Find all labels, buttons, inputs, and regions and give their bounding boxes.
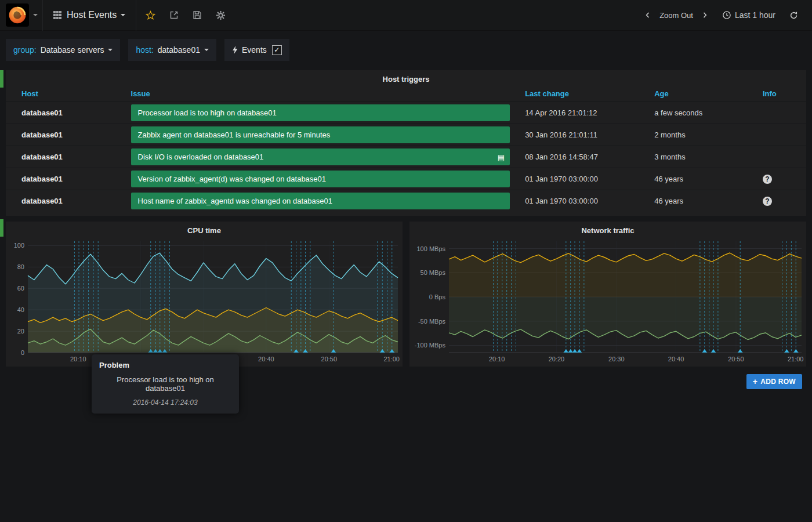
last-change-cell: 30 Jan 2016 21:01:11 xyxy=(520,124,650,146)
caret-down-icon xyxy=(121,14,125,16)
info-cell: ? xyxy=(758,168,806,190)
top-navbar: Host Events xyxy=(0,0,812,31)
svg-text:20: 20 xyxy=(17,328,24,335)
time-forward-button[interactable] xyxy=(694,0,715,31)
check-icon: ✓ xyxy=(274,46,280,54)
row-control-handle[interactable] xyxy=(0,70,3,88)
last-change-cell: 01 Jan 1970 03:00:00 xyxy=(520,190,650,212)
save-button[interactable] xyxy=(186,0,209,31)
last-change-cell: 08 Jan 2016 14:58:47 xyxy=(520,146,650,168)
zoom-out-button[interactable]: Zoom Out xyxy=(658,11,694,20)
trigger-row: database01Version of zabbix_agent(d) was… xyxy=(6,168,806,190)
caret-down-icon xyxy=(33,14,38,16)
trigger-row: database01Host name of zabbix_agentd was… xyxy=(6,190,806,212)
caret-down-icon xyxy=(108,49,113,51)
issue-cell: Processor load is too high on database01 xyxy=(126,102,521,124)
age-cell: a few seconds xyxy=(650,102,758,124)
info-cell xyxy=(758,102,806,124)
document-icon[interactable]: ▤ xyxy=(498,153,505,161)
column-header-last-change[interactable]: Last change xyxy=(520,85,650,102)
plus-icon: + xyxy=(753,377,757,386)
dashboard-body: Host triggers HostIssueLast changeAgeInf… xyxy=(0,70,812,389)
column-header-age[interactable]: Age xyxy=(650,85,758,102)
bolt-icon xyxy=(232,46,238,55)
tooltip-title: Problem xyxy=(99,361,231,369)
svg-text:80: 80 xyxy=(17,263,24,270)
svg-text:50 MBps: 50 MBps xyxy=(420,269,446,276)
row-control-handle[interactable] xyxy=(0,219,3,237)
svg-text:20:10: 20:10 xyxy=(70,356,86,362)
clock-icon xyxy=(722,10,731,20)
host-cell: database01 xyxy=(6,124,126,146)
issue-badge[interactable]: Host name of zabbix_agentd was changed o… xyxy=(131,193,510,209)
time-range-button[interactable]: Last 1 hour xyxy=(715,10,782,20)
time-back-button[interactable] xyxy=(637,0,658,31)
network-traffic-panel: Network traffic 20:1020:2020:3020:4020:5… xyxy=(409,222,806,367)
time-controls: Zoom Out Last 1 hour xyxy=(637,0,812,31)
chevron-left-icon xyxy=(644,11,651,19)
issue-badge[interactable]: Version of zabbix_agent(d) was changed o… xyxy=(131,171,510,187)
svg-text:60: 60 xyxy=(17,285,24,292)
host-cell: database01 xyxy=(6,146,126,168)
network-traffic-chart[interactable]: 20:1020:2020:3020:4020:5021:00100 MBps50… xyxy=(409,237,806,364)
refresh-button[interactable] xyxy=(782,0,805,31)
column-header-info[interactable]: Info xyxy=(758,85,806,102)
events-toggle[interactable]: Events ✓ xyxy=(224,39,289,61)
column-header-host[interactable]: Host xyxy=(6,85,126,102)
issue-cell: Zabbix agent on database01 is unreachabl… xyxy=(126,124,521,146)
settings-button[interactable] xyxy=(209,0,233,31)
save-icon xyxy=(193,10,202,20)
star-button[interactable] xyxy=(139,0,162,31)
time-range-label: Last 1 hour xyxy=(735,10,775,20)
help-icon[interactable]: ? xyxy=(763,175,772,184)
issue-badge[interactable]: Disk I/O is overloaded on database01▤ xyxy=(131,148,510,165)
group-value: Database servers xyxy=(41,45,104,55)
panel-title[interactable]: Network traffic xyxy=(409,222,806,237)
dashboard-grid-icon xyxy=(53,11,61,19)
info-cell: ? xyxy=(758,190,806,212)
svg-text:21:00: 21:00 xyxy=(788,356,804,362)
trigger-row: database01Zabbix agent on database01 is … xyxy=(6,124,806,146)
share-button[interactable] xyxy=(162,0,186,31)
age-cell: 2 months xyxy=(650,124,758,146)
gear-icon xyxy=(216,10,226,20)
panel-title[interactable]: Host triggers xyxy=(6,70,806,85)
issue-badge[interactable]: Zabbix agent on database01 is unreachabl… xyxy=(131,126,510,143)
grafana-menu-button[interactable] xyxy=(0,0,42,31)
cpu-time-panel: CPU time 20:1020:2020:3020:4020:5021:000… xyxy=(6,222,403,367)
charts-row: CPU time 20:1020:2020:3020:4020:5021:000… xyxy=(6,222,806,367)
issue-cell: Host name of zabbix_agentd was changed o… xyxy=(126,190,521,212)
table-header-row: HostIssueLast changeAgeInfo xyxy=(6,85,806,102)
dashboard-title-button[interactable]: Host Events xyxy=(42,0,136,31)
svg-text:20:50: 20:50 xyxy=(321,356,338,362)
svg-text:0: 0 xyxy=(21,349,24,356)
host-cell: database01 xyxy=(6,190,126,212)
svg-text:20:50: 20:50 xyxy=(728,356,744,362)
last-change-cell: 14 Apr 2016 21:01:12 xyxy=(520,102,650,124)
panel-title[interactable]: CPU time xyxy=(6,222,403,237)
group-variable-dropdown[interactable]: group: Database servers xyxy=(6,39,120,61)
host-variable-dropdown[interactable]: host: database01 xyxy=(128,39,216,61)
column-header-issue[interactable]: Issue xyxy=(126,85,521,102)
help-icon[interactable]: ? xyxy=(763,197,772,206)
svg-text:-50 MBps: -50 MBps xyxy=(418,318,446,325)
age-cell: 46 years xyxy=(650,168,758,190)
svg-text:40: 40 xyxy=(17,306,24,313)
svg-text:100 MBps: 100 MBps xyxy=(416,245,445,252)
caret-down-icon xyxy=(204,49,209,51)
submenu: group: Database servers host: database01… xyxy=(0,31,812,61)
events-label: Events xyxy=(242,45,267,55)
last-change-cell: 01 Jan 1970 03:00:00 xyxy=(520,168,650,190)
triggers-tbody: database01Processor load is too high on … xyxy=(6,102,806,212)
star-icon xyxy=(146,10,155,20)
issue-cell: Disk I/O is overloaded on database01▤ xyxy=(126,146,521,168)
issue-badge[interactable]: Processor load is too high on database01 xyxy=(131,104,510,121)
info-cell xyxy=(758,146,806,168)
host-label: host: xyxy=(136,45,153,55)
trigger-row: database01Disk I/O is overloaded on data… xyxy=(6,146,806,168)
add-row-button[interactable]: + ADD ROW xyxy=(746,374,802,389)
events-checkbox[interactable]: ✓ xyxy=(272,45,282,55)
host-value: database01 xyxy=(158,45,200,55)
cpu-time-chart[interactable]: 20:1020:2020:3020:4020:5021:000204060801… xyxy=(6,237,403,364)
svg-text:100: 100 xyxy=(14,242,24,249)
